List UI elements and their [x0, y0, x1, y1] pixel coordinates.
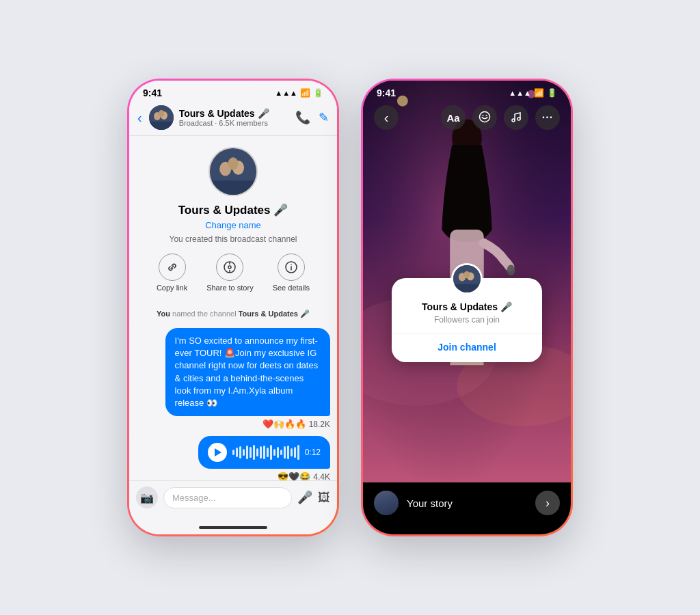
sticker-icon: [479, 111, 491, 125]
svg-point-29: [512, 119, 515, 122]
reaction-count-1: 18.2K: [309, 420, 330, 429]
more-options-icon[interactable]: ✎: [319, 110, 329, 125]
wave-bar: [277, 447, 279, 458]
left-status-icons: ▲▲▲ 📶 🔋: [275, 88, 323, 98]
svg-point-34: [464, 271, 470, 278]
card-channel-name: Tours & Updates 🎤: [422, 301, 512, 312]
action-buttons: Copy link Share to s: [157, 254, 310, 292]
story-back-button[interactable]: ‹: [374, 105, 399, 130]
card-divider: [392, 333, 542, 333]
story-avatar-image: [374, 491, 399, 515]
svg-rect-9: [210, 180, 256, 195]
header-channel-name: Tours & Updates 🎤: [179, 108, 290, 119]
card-avatar-wrapper: [451, 263, 483, 295]
play-triangle-icon: [215, 448, 221, 456]
video-call-icon[interactable]: 📞: [295, 110, 310, 125]
see-details-icon: [278, 254, 305, 281]
story-top-bar: ‹ Aa: [363, 81, 571, 130]
header-avatar: [149, 105, 174, 130]
story-avatar: [374, 491, 399, 515]
header-channel-sub: Broadcast · 6.5K members: [179, 119, 290, 127]
wave-bar: [253, 445, 255, 460]
wave-bar: [297, 445, 299, 460]
card-avatar: [451, 263, 483, 295]
sticker-button[interactable]: [472, 105, 497, 130]
voice-message[interactable]: 0:12: [198, 436, 330, 469]
home-bar: [199, 526, 267, 529]
left-screen: 9:41 ▲▲▲ 📶 🔋 ‹: [129, 81, 337, 534]
copy-link-label: Copy link: [157, 284, 187, 292]
share-story-icon: [216, 254, 243, 281]
wave-bar: [284, 446, 286, 459]
phones-container: 9:41 ▲▲▲ 📶 🔋 ‹: [127, 79, 573, 536]
header-icons: 📞 ✎: [295, 110, 329, 125]
header-info: Tours & Updates 🎤 Broadcast · 6.5K membe…: [179, 108, 290, 127]
your-story-label: Your story: [407, 497, 527, 509]
story-bottom-bar: Your story ›: [363, 482, 571, 534]
more-options-icon: ···: [542, 111, 553, 124]
text-tool-button[interactable]: Aa: [441, 105, 466, 130]
voice-duration: 0:12: [305, 448, 321, 457]
reaction-count-2: 4.4K: [313, 472, 330, 480]
svg-rect-4: [149, 122, 174, 130]
share-story-button[interactable]: Share to story: [206, 254, 253, 292]
wave-bar: [236, 448, 238, 457]
svg-point-11: [228, 266, 231, 269]
text-tool-icon: Aa: [446, 112, 459, 124]
waveform: [232, 444, 299, 461]
wave-bar: [232, 450, 234, 455]
reaction-row-1: ❤️🙌🔥🔥 18.2K: [262, 419, 330, 429]
wave-bar: [246, 446, 248, 459]
reactions-2: 😎🖤😂: [278, 472, 310, 480]
wave-bar: [270, 445, 272, 460]
story-back-icon: ‹: [384, 110, 389, 126]
see-details-button[interactable]: See details: [273, 254, 310, 292]
profile-description: You created this broadcast channel: [169, 234, 297, 244]
svg-point-16: [291, 264, 292, 266]
wifi-icon: 📶: [300, 88, 310, 98]
message-bubble-1: I'm SO excited to announce my first-ever…: [165, 328, 330, 416]
music-button[interactable]: [504, 105, 528, 130]
share-story-label: Share to story: [206, 284, 253, 292]
message-text-1: I'm SO excited to announce my first-ever…: [175, 336, 319, 408]
right-phone: 9:41 ▲▲▲ 📶 🔋 ‹ Aa: [361, 79, 573, 536]
change-name-button[interactable]: Change name: [205, 220, 261, 230]
profile-avatar-image: [210, 148, 256, 195]
play-button[interactable]: [208, 443, 227, 462]
left-phone: 9:41 ▲▲▲ 📶 🔋 ‹: [127, 79, 339, 536]
svg-rect-35: [453, 284, 481, 292]
card-followers-label: Followers can join: [434, 315, 500, 325]
story-next-button[interactable]: ›: [535, 491, 560, 515]
wave-bar: [256, 448, 258, 456]
battery-icon: 🔋: [313, 88, 323, 98]
wave-bar: [287, 446, 289, 459]
header-avatar-image: [149, 105, 174, 130]
message-input[interactable]: Message...: [163, 487, 292, 508]
story-action-buttons: Aa: [441, 105, 560, 130]
copy-link-button[interactable]: Copy link: [157, 254, 187, 292]
chat-header: ‹ Tours & Updates 🎤: [129, 101, 337, 136]
wave-bar: [280, 450, 282, 455]
left-status-bar: 9:41 ▲▲▲ 📶 🔋: [129, 81, 337, 101]
profile-section: Tours & Updates 🎤 Change name You create…: [129, 136, 337, 305]
more-options-button[interactable]: ···: [535, 105, 560, 130]
left-time: 9:41: [143, 87, 162, 98]
wave-bar: [260, 446, 262, 459]
wave-bar: [239, 446, 241, 459]
svg-point-23: [507, 265, 515, 276]
image-icon[interactable]: 🖼: [318, 491, 330, 505]
wave-bar: [267, 448, 269, 457]
microphone-icon[interactable]: 🎤: [297, 490, 312, 505]
system-you: You: [157, 310, 170, 318]
card-avatar-image: [453, 265, 481, 292]
svg-point-26: [480, 111, 490, 122]
back-button[interactable]: ‹: [137, 110, 142, 126]
home-indicator: [129, 521, 337, 534]
wave-bar: [263, 446, 265, 459]
svg-point-27: [483, 115, 484, 116]
wave-bar: [273, 449, 275, 456]
camera-icon[interactable]: 📷: [136, 487, 158, 508]
join-channel-button[interactable]: Join channel: [438, 342, 496, 353]
svg-point-8: [228, 157, 238, 170]
signal-icon: ▲▲▲: [275, 89, 297, 97]
